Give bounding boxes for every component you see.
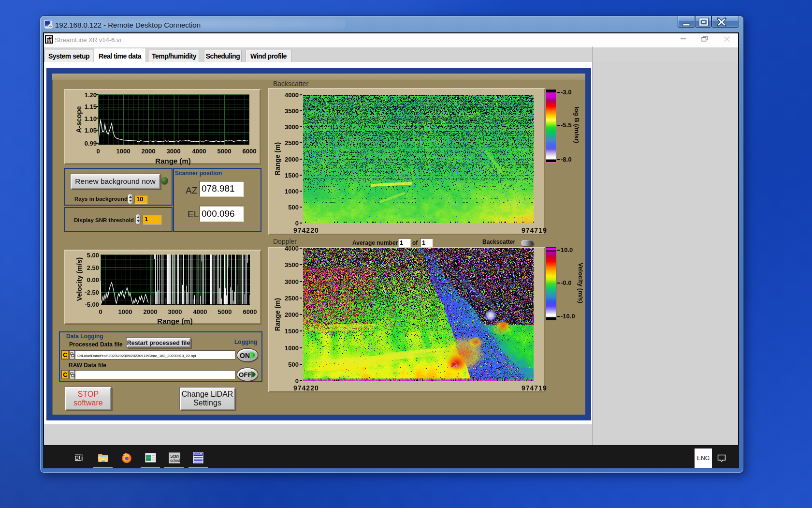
svg-text:WEEK: WEEK xyxy=(195,453,200,455)
